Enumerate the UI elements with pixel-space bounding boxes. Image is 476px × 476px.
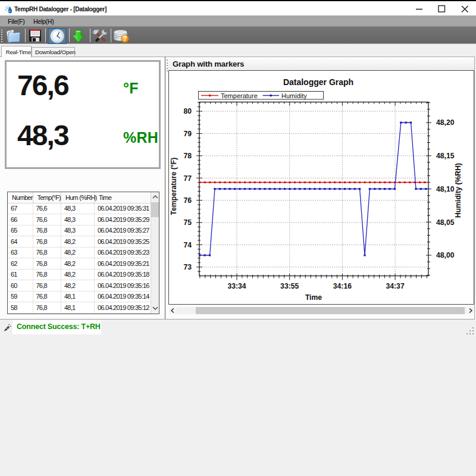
svg-text:75: 75 [183,218,192,227]
svg-text:77: 77 [183,174,192,183]
svg-text:48,05: 48,05 [436,218,455,227]
svg-text:79: 79 [183,130,192,138]
svg-text:80: 80 [183,107,192,115]
svg-text:Temperature (°F): Temperature (°F) [170,158,178,215]
svg-text:78: 78 [183,152,192,160]
svg-text:73: 73 [183,263,192,271]
svg-text:Time: Time [305,293,322,302]
svg-text:?: ? [123,35,127,43]
svg-text:76: 76 [183,196,192,205]
svg-text:48,10: 48,10 [436,185,455,193]
svg-text:34:37: 34:37 [386,282,405,290]
svg-text:33:55: 33:55 [280,282,299,290]
svg-text:Humidity: Humidity [281,92,307,99]
svg-text:34:16: 34:16 [333,282,352,290]
svg-text:33:34: 33:34 [227,282,246,290]
svg-text:Temperature: Temperature [221,92,258,99]
svg-text:48,00: 48,00 [436,251,455,259]
svg-text:Datalogger Graph: Datalogger Graph [283,77,353,87]
svg-text:48,20: 48,20 [436,118,455,127]
svg-text:Humidity (%RH): Humidity (%RH) [454,163,462,218]
svg-text:74: 74 [183,241,192,249]
svg-text:48,15: 48,15 [436,152,455,160]
